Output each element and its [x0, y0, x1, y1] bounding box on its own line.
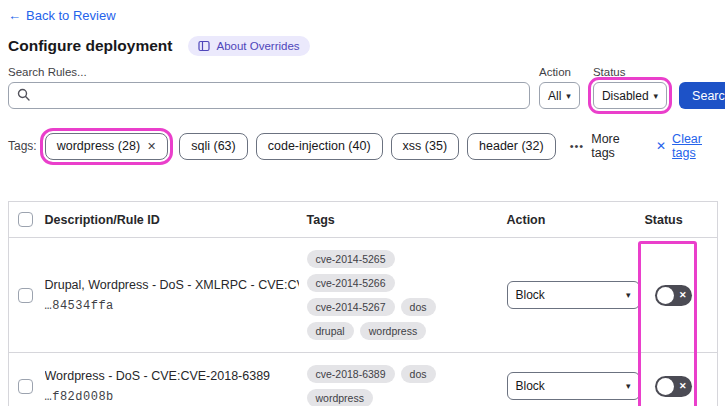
tag-filter-pill-label: code-injection (40)	[268, 139, 371, 153]
remove-tag-icon[interactable]: ✕	[147, 140, 156, 153]
toggle-knob	[657, 287, 674, 304]
tag-filter-pills: wordpress (28)✕sqli (63)code-injection (…	[45, 133, 556, 160]
tag-filter-pill-label: xss (35)	[403, 139, 447, 153]
rule-description: Wordpress - DoS - CVE:CVE-2018-6389	[45, 369, 299, 383]
toggle-knob	[657, 378, 674, 395]
rule-tag-pill: cve-2014-5267	[307, 298, 395, 316]
search-icon	[17, 87, 36, 105]
search-rules-input[interactable]	[36, 89, 521, 103]
rule-tag-pill: drupal	[307, 322, 354, 340]
tag-filter-pill[interactable]: wordpress (28)✕	[45, 133, 169, 160]
more-tags-button[interactable]: ••• More tags	[570, 132, 634, 160]
chevron-down-icon: ▾	[566, 91, 571, 101]
book-icon	[198, 40, 210, 52]
column-header-description: Description/Rule ID	[41, 202, 303, 238]
action-select[interactable]: Block▾	[507, 372, 640, 400]
tag-filter-pill[interactable]: header (32)	[467, 133, 556, 160]
status-toggle[interactable]: ✕	[655, 376, 692, 397]
rule-tag-pill: cve-2014-5265	[307, 250, 395, 268]
tag-filter-pill-label: wordpress (28)	[57, 139, 140, 153]
tag-filter-pill-label: header (32)	[479, 139, 544, 153]
rule-tag-pill: cve-2018-6389	[307, 365, 395, 383]
table-header-row: Description/Rule ID Tags Action Status	[9, 202, 718, 238]
back-link-label: Back to Review	[26, 8, 116, 23]
action-cell: Block▾	[503, 353, 641, 406]
toggle-off-x-icon: ✕	[679, 290, 687, 300]
status-toggle[interactable]: ✕	[655, 285, 692, 306]
tags-cell: cve-2018-6389doswordpress	[303, 353, 503, 406]
select-all-checkbox[interactable]	[18, 212, 33, 227]
rule-description: Drupal, Wordpress - DoS - XMLRPC - CVE:C…	[45, 278, 299, 292]
row-checkbox[interactable]	[18, 288, 33, 303]
ellipsis-icon: •••	[570, 140, 585, 152]
tag-filter-pill[interactable]: code-injection (40)	[256, 133, 383, 160]
description-cell: Drupal, Wordpress - DoS - XMLRPC - CVE:C…	[41, 238, 303, 353]
title-row: Configure deployment About Overrides	[8, 36, 717, 56]
column-header-tags: Tags	[303, 202, 503, 238]
column-header-status: Status	[641, 202, 718, 238]
action-select[interactable]: Block▾	[507, 281, 640, 309]
action-select-value: Block	[516, 288, 545, 302]
status-filter-dropdown[interactable]: Disabled ▾	[593, 82, 667, 109]
rule-tags: cve-2014-5265cve-2014-5266cve-2014-5267d…	[307, 250, 499, 340]
chevron-down-icon: ▾	[626, 290, 631, 300]
page-title: Configure deployment	[8, 37, 172, 55]
rules-table-container: Description/Rule ID Tags Action Status D…	[8, 201, 717, 406]
tag-filter-pill-label: sqli (63)	[191, 139, 235, 153]
rule-id: …f82d008b	[45, 390, 299, 404]
tags-filter-bar: Tags: wordpress (28)✕sqli (63)code-injec…	[8, 132, 717, 160]
rule-tag-pill: dos	[401, 298, 436, 316]
back-arrow-icon: ←	[8, 8, 21, 23]
table-row: Wordpress - DoS - CVE:CVE-2018-6389…f82d…	[9, 353, 718, 406]
more-tags-label: More tags	[591, 132, 634, 160]
status-filter-value: Disabled	[602, 89, 649, 103]
table-row: Drupal, Wordpress - DoS - XMLRPC - CVE:C…	[9, 238, 718, 353]
clear-tags-label: Clear tags	[672, 132, 717, 160]
search-rules-label: Search Rules...	[8, 66, 530, 78]
tags-label: Tags:	[8, 139, 37, 153]
row-checkbox[interactable]	[18, 379, 33, 394]
action-filter-label: Action	[539, 66, 580, 78]
description-cell: Wordpress - DoS - CVE:CVE-2018-6389…f82d…	[41, 353, 303, 406]
filter-row: Search Rules... Action All ▾ Status Disa…	[8, 66, 717, 109]
row-checkbox-cell	[9, 238, 41, 353]
chevron-down-icon: ▾	[626, 381, 631, 391]
rule-tag-pill: wordpress	[360, 322, 426, 340]
action-filter-value: All	[548, 89, 561, 103]
back-to-review-link[interactable]: ←Back to Review	[8, 8, 116, 23]
row-checkbox-cell	[9, 353, 41, 406]
search-input-box[interactable]	[8, 82, 530, 109]
rules-table: Description/Rule ID Tags Action Status D…	[8, 201, 718, 406]
toggle-off-x-icon: ✕	[679, 381, 687, 391]
tag-filter-pill[interactable]: xss (35)	[391, 133, 459, 160]
status-filter-label: Status	[593, 66, 667, 78]
status-cell: ✕	[641, 238, 718, 353]
column-header-action: Action	[503, 202, 641, 238]
configure-deployment-page: ←Back to Review Configure deployment Abo…	[0, 0, 725, 406]
rule-tags: cve-2018-6389doswordpress	[307, 365, 499, 406]
tag-filter-pill[interactable]: sqli (63)	[179, 133, 247, 160]
status-cell: ✕	[641, 353, 718, 406]
tags-cell: cve-2014-5265cve-2014-5266cve-2014-5267d…	[303, 238, 503, 353]
rule-tag-pill: cve-2014-5266	[307, 274, 395, 292]
rule-id: …84534ffa	[45, 299, 299, 313]
action-cell: Block▾	[503, 238, 641, 353]
chevron-down-icon: ▾	[654, 91, 659, 101]
search-button[interactable]: Search	[679, 82, 725, 109]
about-overrides-label: About Overrides	[216, 40, 299, 52]
action-filter-dropdown[interactable]: All ▾	[539, 82, 580, 109]
about-overrides-badge[interactable]: About Overrides	[188, 36, 309, 56]
clear-tags-link[interactable]: ✕ Clear tags	[656, 132, 717, 160]
rule-tag-pill: wordpress	[307, 389, 373, 406]
rule-tag-pill: dos	[401, 365, 436, 383]
close-icon: ✕	[656, 139, 666, 153]
action-select-value: Block	[516, 379, 545, 393]
